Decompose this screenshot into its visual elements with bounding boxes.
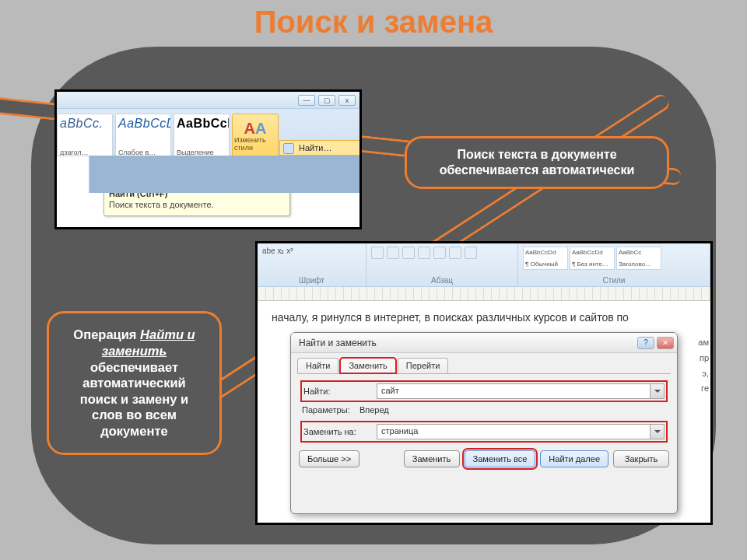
font-buttons[interactable]: abe x₂ x²	[262, 247, 361, 255]
menu-item-find[interactable]: Найти…	[279, 140, 362, 156]
tooltip-body: Поиск текста в документе.	[109, 200, 285, 209]
dialog-titlebar: Найти и заменить ? ✕	[291, 333, 677, 353]
shading-icon[interactable]	[449, 247, 461, 259]
document-body-text[interactable]: началу, я ринулся в интернет, в поисках …	[258, 301, 710, 334]
dropdown-icon[interactable]	[650, 384, 664, 398]
slide-stage: Поиск и замена — ▢ x aBbCc. дзагол… AaBb…	[0, 0, 747, 560]
dialog-title-text: Найти и заменить	[299, 338, 377, 348]
replace-label: Заменить на:	[303, 427, 370, 436]
ribbon-group-styles: AaBbCcDd¶ Обычный AaBbCcDd¶ Без инте… Aa…	[518, 243, 710, 286]
align-right-icon[interactable]	[402, 247, 415, 259]
find-input-value: сайт	[381, 386, 399, 395]
ribbon-group-label: Шрифт	[262, 276, 361, 285]
quick-style-item[interactable]: aBbCc. дзагол…	[57, 114, 113, 159]
slide-title: Поиск и замена	[0, 5, 747, 40]
change-styles-button[interactable]: AA Изменить стили	[232, 114, 279, 159]
style-preview: AaBbCcDd	[118, 117, 168, 130]
ribbon-group-label: Абзац	[371, 276, 513, 285]
menu-item-label: Найти…	[299, 143, 331, 152]
find-next-button[interactable]: Найти далее	[540, 450, 608, 467]
align-justify-icon[interactable]	[418, 247, 430, 259]
quick-style-item[interactable]: AaBbCcDd Слабое в…	[115, 114, 171, 159]
change-styles-icon: AA	[244, 121, 267, 136]
ribbon-group-label: Стили	[523, 276, 705, 285]
ribbon-group-font: abe x₂ x² Шрифт	[258, 243, 366, 286]
screenshot-word-ribbon-find: — ▢ x aBbCc. дзагол… AaBbCcDd Слабое в… …	[54, 89, 362, 229]
params-label: Параметры:	[302, 405, 350, 415]
find-replace-dialog: Найти и заменить ? ✕ Найти Заменить Пере…	[290, 332, 678, 514]
replace-button[interactable]: Заменить	[404, 450, 460, 467]
search-parameters: Параметры: Вперед	[302, 405, 666, 415]
quick-style-item[interactable]: AaBbCcDd¶ Обычный	[523, 247, 568, 270]
quick-style-item[interactable]: AaBbCcDd¶ Без инте…	[570, 247, 615, 270]
field-row-find: Найти: сайт	[302, 382, 666, 401]
params-value: Вперед	[359, 405, 389, 415]
tab-goto[interactable]: Перейти	[398, 358, 449, 373]
find-label: Найти:	[303, 387, 370, 396]
partial-text-right: ам пр э, ге	[678, 332, 710, 523]
line-spacing-icon[interactable]	[433, 247, 446, 259]
callout2-pre: Операция	[73, 327, 140, 341]
change-styles-label: Изменить стили	[234, 136, 276, 152]
style-preview: aBbCc.	[60, 117, 110, 130]
window-titlebar: — ▢ x	[57, 92, 359, 109]
replace-input[interactable]: страница	[377, 424, 665, 439]
dropdown-icon[interactable]	[650, 425, 664, 439]
align-left-icon[interactable]	[371, 247, 384, 259]
find-input[interactable]: сайт	[377, 383, 665, 399]
window-maximize-button[interactable]: ▢	[318, 95, 335, 106]
document-page-corner	[57, 156, 89, 193]
tab-find[interactable]: Найти	[297, 358, 338, 373]
close-button[interactable]: Закрыть	[613, 450, 669, 467]
field-row-replace: Заменить на: страница	[302, 422, 666, 441]
dialog-button-row: Больше >> Заменить Заменить все Найти да…	[291, 450, 677, 475]
screenshot-word-find-replace-dialog: abe x₂ x² Шрифт Абзац AaBbCcDd¶ Обычный	[255, 241, 713, 525]
more-button[interactable]: Больше >>	[299, 450, 359, 467]
ribbon-group-paragraph: Абзац	[366, 243, 518, 286]
replace-all-button[interactable]: Заменить все	[465, 450, 536, 467]
window-close-button[interactable]: x	[338, 95, 356, 106]
replace-input-value: страница	[381, 426, 418, 436]
binoculars-icon	[283, 143, 294, 154]
dialog-close-button[interactable]: ✕	[657, 337, 674, 349]
ribbon-2: abe x₂ x² Шрифт Абзац AaBbCcDd¶ Обычный	[258, 243, 710, 287]
horizontal-ruler[interactable]	[258, 287, 710, 301]
ribbon-styles-group: aBbCc. дзагол… AaBbCcDd Слабое в… AaBbCc…	[57, 109, 359, 193]
border-icon[interactable]	[465, 247, 477, 259]
align-center-icon[interactable]	[387, 247, 399, 259]
style-preview: AaBbCcDd	[177, 117, 226, 130]
dialog-body: Найти: сайт Параметры: Вперед Заменить н	[291, 374, 677, 450]
quick-style-item[interactable]: AaBbCcDd Выделение	[174, 114, 230, 159]
document-workspace-bg	[89, 156, 359, 193]
callout-replace-description: Операция Найти и заменить обеспечивает а…	[47, 311, 222, 455]
window-minimize-button[interactable]: —	[298, 95, 315, 106]
callout2-post: обеспечивает автоматический поиск и заме…	[80, 360, 188, 439]
dialog-tabs: Найти Заменить Перейти	[291, 353, 677, 373]
callout-find-description: Поиск текста в документе обеспечивается …	[405, 136, 669, 189]
quick-style-item[interactable]: AaBbCcЗаголово…	[616, 247, 661, 270]
dialog-help-button[interactable]: ?	[637, 337, 654, 349]
tab-replace[interactable]: Заменить	[340, 358, 395, 373]
